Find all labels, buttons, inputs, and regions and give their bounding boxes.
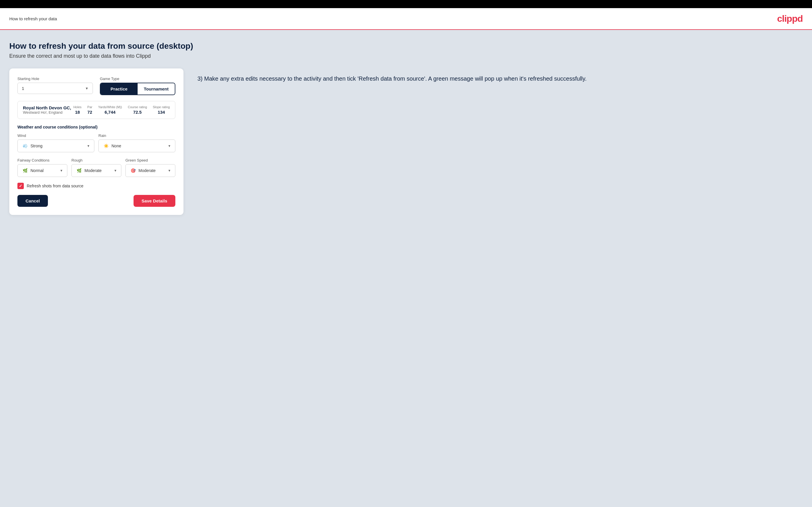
fairway-icon: 🌿 [22,167,28,174]
green-speed-chevron-icon: ▼ [168,169,171,172]
holes-label: Holes [73,105,82,109]
main-content: How to refresh your data from source (de… [0,30,812,507]
conditions-grid-top: Wind 💨 Strong ▼ Rain ☀️ None [17,133,175,152]
course-info-box: Royal North Devon GC, Westward Ho!, Engl… [17,101,175,119]
content-row: Starting Hole 1 ▼ Game Type Practice Tou… [9,68,803,215]
starting-hole-chevron-icon: ▼ [85,87,89,91]
green-speed-select[interactable]: 🎯 Moderate ▼ [125,164,175,177]
rough-icon: 🌿 [76,167,82,174]
game-type-group-container: Game Type Practice Tournament [100,76,175,95]
wind-group: Wind 💨 Strong ▼ [17,133,94,152]
course-name: Royal North Devon GC, [23,105,71,110]
green-speed-value: Moderate [139,168,156,173]
rain-icon: ☀️ [103,143,109,149]
yards-value: 6,744 [98,110,122,115]
yards-label: Yards/White (M)) [98,105,122,109]
conditions-grid-bottom: Fairway Conditions 🌿 Normal ▼ Rough 🌿 [17,158,175,177]
wind-label: Wind [17,133,94,138]
wind-select[interactable]: 💨 Strong ▼ [17,139,94,152]
rain-value: None [111,144,121,148]
header: How to refresh your data clippd [0,8,812,30]
holes-value: 18 [73,110,82,115]
checkmark-icon: ✓ [19,184,22,188]
rain-group: Rain ☀️ None ▼ [98,133,175,152]
par-value: 72 [87,110,92,115]
slope-rating-label: Slope rating [153,105,170,109]
rough-select[interactable]: 🌿 Moderate ▼ [71,164,121,177]
rough-value: Moderate [85,168,102,173]
wind-value: Strong [31,144,42,148]
button-row: Cancel Save Details [17,195,175,207]
refresh-checkbox[interactable]: ✓ [17,183,24,189]
rain-select[interactable]: ☀️ None ▼ [98,139,175,152]
starting-hole-group: Starting Hole 1 ▼ [17,76,93,95]
course-stats: Holes 18 Par 72 Yards/White (M)) 6,744 C… [73,105,170,115]
rain-chevron-icon: ▼ [168,144,171,148]
fairway-group: Fairway Conditions 🌿 Normal ▼ [17,158,67,177]
wind-icon: 💨 [22,143,28,149]
green-speed-icon: 🎯 [130,167,136,174]
slope-rating-value: 134 [153,110,170,115]
fairway-select[interactable]: 🌿 Normal ▼ [17,164,67,177]
tournament-button[interactable]: Tournament [138,83,175,95]
game-type-toggle: Practice Tournament [100,83,175,95]
starting-hole-label: Starting Hole [17,76,93,81]
conditions-heading: Weather and course conditions (optional) [17,125,175,129]
course-details: Royal North Devon GC, Westward Ho!, Engl… [23,105,71,115]
fairway-value: Normal [31,168,44,173]
course-location: Westward Ho!, England [23,110,71,115]
top-bar [0,0,812,8]
refresh-checkbox-row: ✓ Refresh shots from data source [17,183,175,189]
starting-hole-value: 1 [22,86,24,91]
starting-hole-row: Starting Hole 1 ▼ Game Type Practice Tou… [17,76,175,95]
course-rating-stat: Course rating 72.5 [128,105,147,115]
rain-label: Rain [98,133,175,138]
header-title: How to refresh your data [9,16,57,21]
slope-rating-stat: Slope rating 134 [153,105,170,115]
refresh-label: Refresh shots from data source [27,184,83,188]
rough-chevron-icon: ▼ [114,169,117,172]
save-details-button[interactable]: Save Details [134,195,175,207]
instruction-panel: 3) Make any extra edits necessary to the… [197,68,803,83]
practice-button[interactable]: Practice [100,83,138,95]
page-subheading: Ensure the correct and most up to date d… [9,53,803,59]
game-type-label: Game Type [100,76,175,81]
starting-hole-select[interactable]: 1 ▼ [17,83,93,94]
par-stat: Par 72 [87,105,92,115]
fairway-label: Fairway Conditions [17,158,67,162]
logo: clippd [777,13,803,24]
card-panel: Starting Hole 1 ▼ Game Type Practice Tou… [9,68,184,215]
rough-group: Rough 🌿 Moderate ▼ [71,158,121,177]
green-speed-label: Green Speed [125,158,175,162]
holes-stat: Holes 18 [73,105,82,115]
fairway-chevron-icon: ▼ [60,169,63,172]
yards-stat: Yards/White (M)) 6,744 [98,105,122,115]
wind-chevron-icon: ▼ [87,144,90,148]
cancel-button[interactable]: Cancel [17,195,48,207]
page-heading: How to refresh your data from source (de… [9,42,803,51]
instruction-text: 3) Make any extra edits necessary to the… [197,74,803,83]
par-label: Par [87,105,92,109]
course-rating-label: Course rating [128,105,147,109]
green-speed-group: Green Speed 🎯 Moderate ▼ [125,158,175,177]
course-rating-value: 72.5 [128,110,147,115]
rough-label: Rough [71,158,121,162]
